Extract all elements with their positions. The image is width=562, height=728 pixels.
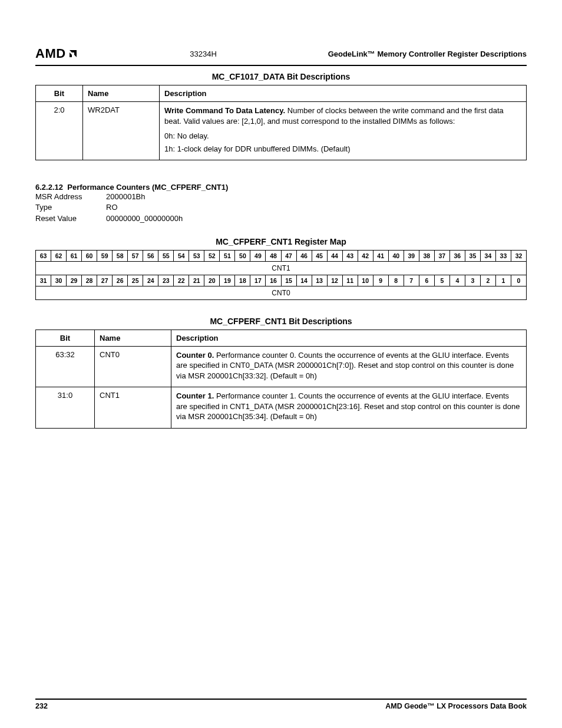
bit-cell: 12 xyxy=(327,275,342,286)
bit-cell: 53 xyxy=(189,250,204,261)
bit-cell: 33 xyxy=(495,250,511,261)
page-footer: 232 AMD Geode™ LX Processors Data Book xyxy=(35,699,527,710)
register-map-table: 6362616059585756555453525150494847464544… xyxy=(35,250,527,300)
col-desc: Description xyxy=(171,330,527,346)
bit-cell: 59 xyxy=(97,250,113,261)
bit-cell: 60 xyxy=(82,250,97,261)
col-bit: Bit xyxy=(36,85,83,102)
desc-line: 1h: 1-clock delay for DDR unbuffered DIM… xyxy=(164,144,521,154)
amd-logo: AMD xyxy=(35,46,79,61)
bit-cell: 38 xyxy=(419,250,434,261)
cell-bit: 31:0 xyxy=(36,387,95,429)
bit-cell: 54 xyxy=(174,250,189,261)
bit-cell: 34 xyxy=(480,250,495,261)
bit-cell: 47 xyxy=(281,250,296,261)
bit-cell: 29 xyxy=(67,275,82,286)
bit-cell: 61 xyxy=(67,250,82,261)
regmap-bits-row: 3130292827262524232221201918171615141312… xyxy=(36,275,527,286)
cell-desc: Counter 0. Performance counter 0. Counts… xyxy=(171,346,527,387)
bit-cell: 4 xyxy=(449,275,465,286)
bit-cell: 36 xyxy=(449,250,465,261)
table-header-row: Bit Name Description xyxy=(36,330,527,346)
bit-cell: 2 xyxy=(480,275,495,286)
bit-cell: 31 xyxy=(36,275,51,286)
bit-cell: 52 xyxy=(204,250,220,261)
bit-cell: 37 xyxy=(434,250,449,261)
bit-cell: 19 xyxy=(220,275,235,286)
bit-cell: 26 xyxy=(113,275,128,286)
col-bit: Bit xyxy=(36,330,95,346)
bit-cell: 44 xyxy=(327,250,342,261)
bit-cell: 43 xyxy=(342,250,358,261)
desc-line: 0h: No delay. xyxy=(164,131,521,141)
bit-cell: 16 xyxy=(266,275,281,286)
bit-cell: 10 xyxy=(358,275,373,286)
bit-cell: 24 xyxy=(143,275,158,286)
bit-cell: 22 xyxy=(174,275,189,286)
bit-cell: 49 xyxy=(250,250,266,261)
regmap-span-row: CNT0 xyxy=(36,286,527,299)
bit-cell: 0 xyxy=(511,275,526,286)
bit-cell: 21 xyxy=(189,275,204,286)
cell-name: WR2DAT xyxy=(83,102,160,160)
bit-cell: 30 xyxy=(51,275,67,286)
bit-cell: 20 xyxy=(204,275,220,286)
bit-cell: 5 xyxy=(434,275,449,286)
bit-desc-table-2: Bit Name Description 63:32 CNT0 Counter … xyxy=(35,330,527,429)
bit-cell: 45 xyxy=(312,250,327,261)
bit-cell: 48 xyxy=(266,250,281,261)
desc-line: Write Command To Data Latency. Number of… xyxy=(164,106,521,126)
bit-cell: 58 xyxy=(113,250,128,261)
cell-desc: Write Command To Data Latency. Number of… xyxy=(160,102,527,160)
regmap-span-row: CNT1 xyxy=(36,261,527,275)
bit-cell: 8 xyxy=(388,275,404,286)
cell-name: CNT1 xyxy=(95,387,171,429)
table-row: 63:32 CNT0 Counter 0. Performance counte… xyxy=(36,346,527,387)
bit-cell: 28 xyxy=(82,275,97,286)
bit-cell: 1 xyxy=(495,275,511,286)
kv-row: MSR Address2000001Bh xyxy=(35,192,527,202)
subsection-heading: 6.2.2.12 Performance Counters (MC_CFPERF… xyxy=(35,183,527,192)
header-title: GeodeLink™ Memory Controller Register De… xyxy=(328,50,527,58)
bit-cell: 18 xyxy=(235,275,250,286)
table-row: 31:0 CNT1 Counter 1. Performance counter… xyxy=(36,387,527,429)
bit-cell: 46 xyxy=(296,250,312,261)
cell-bit: 63:32 xyxy=(36,346,95,387)
cell-desc: Counter 1. Performance counter 1. Counts… xyxy=(171,387,527,429)
bit-cell: 7 xyxy=(404,275,419,286)
col-name: Name xyxy=(95,330,171,346)
bit-cell: 62 xyxy=(51,250,67,261)
bit-cell: 3 xyxy=(465,275,480,286)
bit-cell: 50 xyxy=(235,250,250,261)
bit-cell: 32 xyxy=(511,250,526,261)
col-desc: Description xyxy=(160,85,527,102)
amd-arrow-icon xyxy=(67,48,79,60)
page-number: 232 xyxy=(35,702,48,710)
page-header: AMD 33234H GeodeLink™ Memory Controller … xyxy=(35,46,527,66)
bit-cell: 23 xyxy=(158,275,174,286)
bit-cell: 15 xyxy=(281,275,296,286)
table-row: 2:0 WR2DAT Write Command To Data Latency… xyxy=(36,102,527,160)
bit-desc-table-1: Bit Name Description 2:0 WR2DAT Write Co… xyxy=(35,85,527,160)
bit-cell: 63 xyxy=(36,250,51,261)
logo-text: AMD xyxy=(35,46,66,61)
bit-cell: 11 xyxy=(342,275,358,286)
bit-cell: 56 xyxy=(143,250,158,261)
regmap-title: MC_CFPERF_CNT1 Register Map xyxy=(35,237,527,246)
cell-name: CNT0 xyxy=(95,346,171,387)
bit-cell: 13 xyxy=(312,275,327,286)
bit-cell: 51 xyxy=(220,250,235,261)
bit-cell: 9 xyxy=(373,275,388,286)
bit-cell: 42 xyxy=(358,250,373,261)
bit-cell: 39 xyxy=(404,250,419,261)
bit-cell: 27 xyxy=(97,275,113,286)
bit-cell: 25 xyxy=(128,275,143,286)
table-header-row: Bit Name Description xyxy=(36,85,527,102)
bit-cell: 41 xyxy=(373,250,388,261)
bit-cell: 55 xyxy=(158,250,174,261)
bit-cell: 17 xyxy=(250,275,266,286)
doc-number: 33234H xyxy=(190,50,217,58)
bit-cell: 14 xyxy=(296,275,312,286)
bit-cell: 35 xyxy=(465,250,480,261)
table2-title: MC_CFPERF_CNT1 Bit Descriptions xyxy=(35,317,527,326)
